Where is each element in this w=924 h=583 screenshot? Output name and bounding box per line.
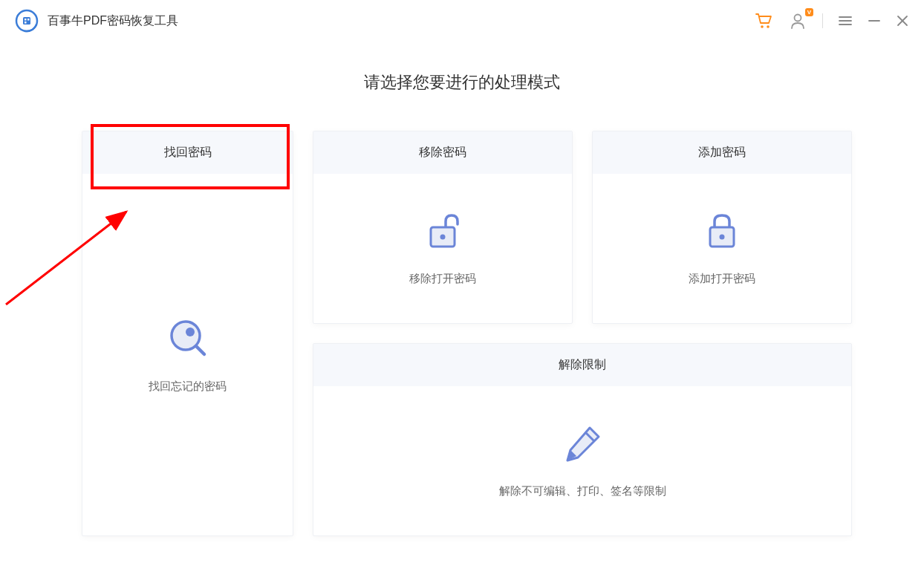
svg-point-6 xyxy=(761,25,764,28)
titlebar-right: V xyxy=(754,11,909,30)
card-restrict-desc: 解除不可编辑、打印、签名等限制 xyxy=(499,484,666,498)
card-remove-title: 移除密码 xyxy=(313,131,572,174)
app-title: 百事牛PDF密码恢复工具 xyxy=(48,13,178,29)
minimize-icon[interactable] xyxy=(868,14,881,27)
mode-grid: 找回密码 找回忘记的密码 移除密码 xyxy=(82,131,842,536)
edit-pencil-icon xyxy=(562,423,603,468)
card-recover-title: 找回密码 xyxy=(82,131,293,174)
svg-point-21 xyxy=(720,235,725,240)
cart-icon[interactable] xyxy=(754,11,773,30)
card-recover-desc: 找回忘记的密码 xyxy=(149,380,227,394)
card-recover-body: 找回忘记的密码 xyxy=(82,174,293,535)
app-logo-icon xyxy=(15,9,39,33)
card-add-password[interactable]: 添加密码 添加打开密码 xyxy=(592,131,852,324)
titlebar-left: 百事牛PDF密码恢复工具 xyxy=(15,9,178,33)
card-remove-restrictions[interactable]: 解除限制 解除不可编辑、打印、签名等限制 xyxy=(313,343,852,536)
svg-point-16 xyxy=(186,328,195,336)
card-restrict-body: 解除不可编辑、打印、签名等限制 xyxy=(313,386,851,535)
menu-icon[interactable] xyxy=(838,13,853,28)
titlebar: 百事牛PDF密码恢复工具 V xyxy=(0,0,924,42)
svg-point-7 xyxy=(767,25,770,28)
svg-rect-2 xyxy=(23,17,30,25)
card-add-body: 添加打开密码 xyxy=(593,174,851,323)
card-remove-password[interactable]: 移除密码 移除打开密码 xyxy=(313,131,573,324)
close-icon[interactable] xyxy=(896,14,909,27)
svg-point-8 xyxy=(795,15,801,22)
card-add-desc: 添加打开密码 xyxy=(689,272,755,286)
svg-point-19 xyxy=(440,235,446,240)
svg-rect-3 xyxy=(25,19,27,21)
lock-icon xyxy=(701,211,743,255)
card-add-title: 添加密码 xyxy=(593,131,851,174)
main-content: 请选择您要进行的处理模式 找回密码 找回忘记的密码 移除密码 xyxy=(0,42,924,536)
card-recover-password[interactable]: 找回密码 找回忘记的密码 xyxy=(82,131,293,536)
card-remove-desc: 移除打开密码 xyxy=(409,272,476,286)
card-restrict-title: 解除限制 xyxy=(313,344,851,386)
card-remove-body: 移除打开密码 xyxy=(313,174,572,323)
svg-line-17 xyxy=(196,346,204,354)
svg-rect-5 xyxy=(25,22,27,24)
unlock-icon xyxy=(422,211,463,255)
user-icon[interactable]: V xyxy=(788,11,807,30)
svg-rect-4 xyxy=(27,19,30,21)
vip-badge-icon: V xyxy=(805,8,813,16)
page-title: 请选择您要进行的处理模式 xyxy=(82,71,842,94)
search-icon xyxy=(166,316,210,363)
divider xyxy=(822,13,823,28)
